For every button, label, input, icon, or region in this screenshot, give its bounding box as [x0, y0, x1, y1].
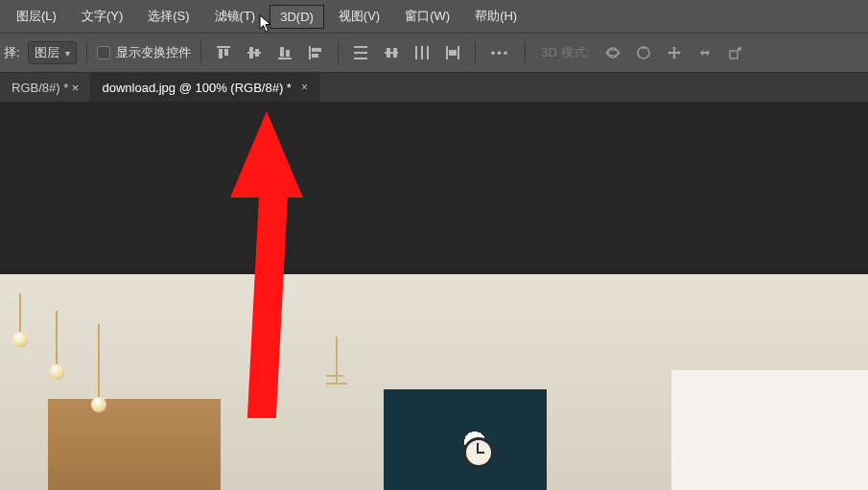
menu-item-help[interactable]: 帮助(H)	[464, 3, 528, 30]
menu-bar: 图层(L) 文字(Y) 选择(S) 滤镜(T) 3D(D) 视图(V) 窗口(W…	[0, 0, 868, 33]
svg-rect-23	[449, 50, 457, 56]
document-tab[interactable]: RGB/8#) * ×	[0, 73, 90, 102]
document-tab-bar: RGB/8#) * × download.jpg @ 100% (RGB/8#)…	[0, 73, 868, 102]
divider	[86, 42, 87, 63]
image-lamp	[19, 293, 21, 336]
svg-rect-17	[385, 52, 398, 54]
tab-label: download.jpg @ 100% (RGB/8#) *	[102, 81, 291, 95]
align-left-edges-icon[interactable]	[303, 41, 328, 64]
svg-point-24	[608, 48, 618, 58]
menu-item-window[interactable]: 窗口(W)	[394, 3, 460, 30]
align-vertical-centers-icon[interactable]	[242, 41, 267, 64]
svg-rect-19	[421, 46, 423, 59]
svg-rect-11	[312, 54, 318, 58]
canvas-area[interactable]	[0, 102, 868, 490]
mode-3d-label: 3D 模式:	[535, 44, 595, 61]
close-icon[interactable]: ×	[301, 81, 308, 94]
svg-rect-3	[247, 52, 261, 54]
svg-rect-1	[219, 49, 223, 58]
align-bottom-edges-icon[interactable]	[272, 41, 297, 64]
menu-item-3d[interactable]: 3D(D)	[270, 5, 324, 29]
tab-label: RGB/8#) * ×	[12, 81, 79, 95]
svg-rect-22	[457, 46, 459, 59]
distribute-bottom-icon[interactable]	[410, 41, 434, 64]
show-transform-label: 显示变换控件	[116, 44, 191, 61]
cursor-icon	[259, 14, 273, 36]
svg-rect-18	[415, 46, 417, 59]
menu-item-type[interactable]: 文字(Y)	[71, 3, 133, 30]
image-pendant	[336, 337, 338, 385]
svg-rect-7	[280, 47, 284, 57]
scale-3d-icon[interactable]	[723, 41, 748, 64]
svg-rect-2	[224, 49, 228, 56]
svg-rect-4	[249, 47, 253, 58]
svg-rect-20	[427, 46, 429, 59]
target-dropdown[interactable]: 图层 ▾	[28, 41, 77, 64]
options-bar: 择: 图层 ▾ 显示变换控件 ••• 3D 模式:	[0, 33, 868, 73]
svg-rect-16	[393, 48, 397, 58]
svg-rect-13	[354, 52, 367, 54]
chevron-down-icon: ▾	[65, 48, 70, 58]
image-lamp	[56, 311, 58, 368]
svg-rect-15	[387, 48, 390, 58]
pan-3d-icon[interactable]	[662, 41, 687, 64]
svg-rect-9	[309, 46, 311, 59]
menu-item-view[interactable]: 视图(V)	[328, 3, 390, 30]
menu-item-select[interactable]: 选择(S)	[137, 3, 199, 30]
menu-item-filter[interactable]: 滤镜(T)	[204, 3, 267, 30]
svg-rect-12	[354, 46, 367, 48]
divider	[475, 42, 476, 63]
document-tab[interactable]: download.jpg @ 100% (RGB/8#) * ×	[90, 73, 319, 102]
distribute-hcenter-icon[interactable]	[440, 41, 465, 64]
svg-point-28	[738, 47, 741, 51]
roll-3d-icon[interactable]	[631, 41, 656, 64]
svg-rect-0	[217, 46, 230, 48]
svg-rect-21	[446, 46, 448, 59]
divider	[338, 42, 339, 63]
divider	[525, 42, 526, 63]
svg-point-25	[606, 50, 620, 56]
svg-rect-14	[354, 58, 367, 59]
align-top-edges-icon[interactable]	[211, 41, 236, 64]
svg-rect-27	[730, 51, 738, 58]
more-options-icon[interactable]: •••	[485, 46, 516, 60]
image-content	[0, 274, 868, 490]
show-transform-checkbox[interactable]	[97, 46, 110, 59]
svg-rect-8	[286, 50, 290, 57]
svg-rect-6	[278, 58, 292, 59]
options-leading-label: 择:	[4, 44, 20, 61]
svg-point-26	[638, 47, 649, 58]
svg-rect-5	[255, 49, 259, 57]
distribute-vcenter-icon[interactable]	[379, 41, 404, 64]
divider	[200, 42, 201, 63]
distribute-top-icon[interactable]	[348, 41, 373, 64]
orbit-3d-icon[interactable]	[600, 41, 625, 64]
menu-item-layer[interactable]: 图层(L)	[6, 3, 67, 30]
svg-rect-10	[312, 48, 321, 52]
slide-3d-icon[interactable]	[692, 41, 717, 64]
image-clock	[463, 437, 494, 468]
image-lamp	[98, 324, 100, 401]
